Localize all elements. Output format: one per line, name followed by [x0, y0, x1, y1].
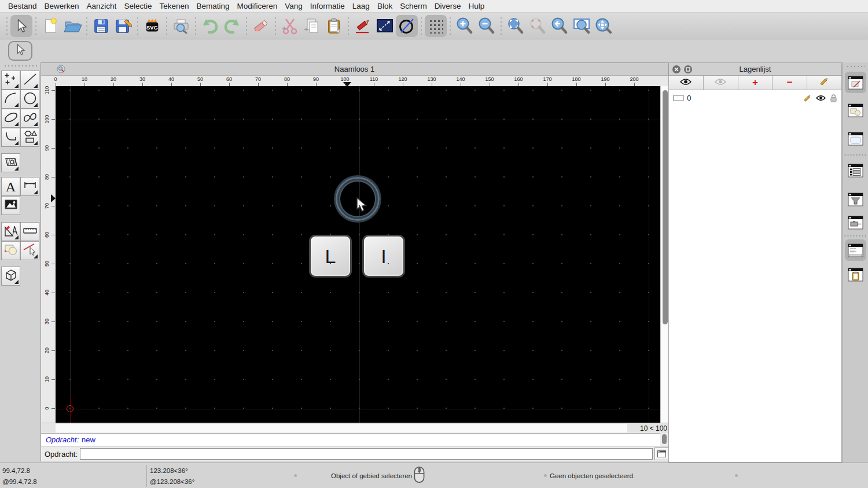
undo-button[interactable] [199, 15, 221, 37]
scrollbar-thumb[interactable] [662, 434, 667, 444]
arc-tool[interactable] [1, 90, 20, 109]
new-document-button[interactable] [39, 15, 61, 37]
grid-dot [388, 205, 389, 206]
grid-dot [243, 90, 244, 91]
layer-visibility-eye-icon[interactable] [816, 95, 826, 101]
points-tool[interactable] [1, 71, 20, 90]
dock-command-palette-icon[interactable] [845, 239, 866, 261]
palette-select-tool[interactable] [8, 41, 32, 61]
grid-dot [272, 292, 273, 293]
toolbar-separator [448, 16, 453, 36]
svg-text:SVG: SVG [146, 24, 158, 30]
construction-tool[interactable] [1, 222, 20, 241]
menu-item-scherm[interactable]: Scherm [400, 2, 427, 10]
menu-item-hulp[interactable]: Hulp [468, 2, 484, 10]
circle-diameter-button[interactable] [396, 15, 418, 37]
zoom-previous-button[interactable] [549, 15, 571, 37]
dock-list-palette-icon[interactable] [845, 160, 866, 181]
erase-button[interactable] [250, 15, 272, 37]
menu-item-bemating[interactable]: Bemating [196, 2, 229, 10]
command-history-scrollbar[interactable] [660, 433, 668, 446]
save-as-button[interactable] [112, 15, 134, 37]
line-tool[interactable] [20, 71, 39, 90]
layer-color-swatch[interactable] [674, 95, 683, 101]
grid-toggle-button[interactable] [425, 15, 447, 37]
save-button[interactable] [90, 15, 112, 37]
show-layer-button[interactable] [669, 76, 704, 90]
collapse-panel-icon[interactable] [684, 65, 692, 73]
svg-export-button[interactable]: SVG [141, 15, 163, 37]
grid-dot [98, 292, 100, 293]
scrollbar-thumb[interactable] [663, 90, 668, 324]
grid-dot [503, 350, 505, 351]
drawing-canvas[interactable]: L I [56, 86, 660, 423]
canvas-vertical-scrollbar[interactable] [660, 86, 668, 423]
copy-button[interactable] [301, 15, 323, 37]
grid-dot [359, 321, 360, 322]
zoom-in-button[interactable] [454, 15, 476, 37]
layer-edit-pencil-icon[interactable] [803, 94, 812, 102]
pan-button[interactable] [593, 15, 615, 37]
menu-item-selectie[interactable]: Selectie [124, 2, 152, 10]
zoom-window-button[interactable] [571, 15, 593, 37]
canvas-horizontal-scrollbar[interactable] [56, 424, 627, 432]
line-style-button[interactable] [374, 15, 396, 37]
dimension-tool[interactable] [20, 177, 39, 196]
dock-tools-palette-icon[interactable] [845, 212, 866, 233]
menu-item-tekenen[interactable]: Tekenen [159, 2, 189, 10]
circle-tool[interactable] [20, 90, 39, 109]
zoom-selection-button[interactable] [527, 15, 549, 37]
text-tool[interactable]: A [1, 177, 20, 196]
menu-item-laag[interactable]: Laag [352, 2, 370, 10]
menu-item-bewerken[interactable]: Bewerken [45, 2, 79, 10]
cut-button[interactable] [279, 15, 301, 37]
open-button[interactable] [61, 15, 83, 37]
menu-item-diverse[interactable]: Diverse [435, 2, 461, 10]
document-titlebar[interactable]: Naamloos 1 [41, 63, 668, 76]
add-layer-button[interactable]: + [738, 76, 773, 90]
command-input[interactable] [80, 448, 653, 460]
menu-item-vang[interactable]: Vang [285, 2, 303, 10]
dock-clipboard-palette-icon[interactable] [845, 264, 866, 285]
print-preview-button[interactable] [170, 15, 192, 37]
zoom-extents-button[interactable] [505, 15, 527, 37]
redo-button[interactable] [221, 15, 243, 37]
grid-dot [446, 147, 447, 149]
select-tool-button[interactable] [10, 15, 32, 37]
polyline-tool[interactable] [1, 128, 20, 147]
menu-item-blok[interactable]: Blok [377, 2, 392, 10]
grid-dot [301, 321, 302, 322]
spline-tool[interactable] [20, 109, 39, 128]
menu-item-bestand[interactable]: Bestand [8, 2, 37, 10]
layer-lock-icon[interactable] [830, 94, 837, 102]
remove-layer-button[interactable]: − [773, 76, 807, 90]
menu-item-aanzicht[interactable]: Aanzicht [87, 2, 117, 10]
ellipse-tool[interactable] [1, 109, 20, 128]
palette-drag-handle[interactable] [3, 65, 37, 67]
trim-tool[interactable] [20, 241, 39, 260]
dock-filter-palette-icon[interactable] [845, 188, 866, 210]
hatch-tool[interactable] [1, 153, 20, 172]
draw-style-button[interactable] [352, 15, 374, 37]
menu-item-informatie[interactable]: Informatie [310, 2, 345, 10]
box-3d-tool[interactable] [1, 267, 20, 286]
layers-panel-titlebar[interactable]: Lagenlijst [669, 63, 841, 76]
dock-pages-palette-icon[interactable] [845, 128, 866, 149]
dim-layer-button[interactable] [704, 76, 738, 90]
command-window-button[interactable] [654, 448, 669, 460]
zoom-out-button[interactable] [476, 15, 498, 37]
edit-layer-button[interactable] [807, 76, 841, 90]
paste-button[interactable] [323, 15, 345, 37]
layer-row[interactable]: 0 [669, 90, 841, 105]
grid-dot [69, 321, 71, 322]
shapes-tool[interactable] [20, 128, 39, 147]
image-tool[interactable] [1, 196, 20, 215]
shape-edit-tool[interactable] [1, 241, 20, 260]
measure-tool[interactable] [20, 222, 39, 241]
dock-layers-palette-icon[interactable] [845, 72, 866, 93]
menu-item-modificeren[interactable]: Modificeren [237, 2, 278, 10]
close-icon[interactable] [672, 65, 681, 73]
dock-drag-handle[interactable] [846, 65, 865, 68]
dock-properties-palette-icon[interactable] [845, 99, 866, 121]
shape-edit-icon [3, 242, 19, 260]
